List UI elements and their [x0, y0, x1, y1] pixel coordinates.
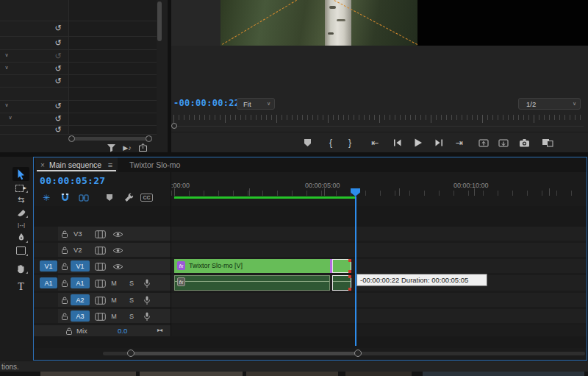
step-forward-icon[interactable] — [433, 138, 445, 148]
lock-icon[interactable] — [60, 295, 69, 305]
effect-controls-vscrollbar[interactable] — [157, 1, 162, 41]
go-to-in-icon[interactable]: ⇤ — [369, 137, 381, 148]
reset-parameter-icon[interactable]: ↺ — [53, 63, 63, 74]
ripple-edit-tool[interactable]: ⇆ — [13, 194, 29, 206]
mute-button[interactable]: M — [110, 297, 118, 304]
scrollbar-handle[interactable] — [127, 350, 135, 357]
snap-magnet-icon[interactable] — [59, 192, 71, 203]
track-targeting-icon[interactable] — [94, 246, 106, 255]
comparison-view-icon[interactable] — [541, 137, 553, 148]
step-back-icon[interactable] — [391, 138, 403, 148]
solo-button[interactable]: S — [128, 297, 135, 304]
mix-volume-value[interactable]: 0.0 — [118, 327, 127, 335]
program-timecode[interactable]: -00:00:00:22 — [173, 98, 240, 108]
lock-icon[interactable] — [60, 229, 69, 238]
track-targeting-icon[interactable] — [94, 312, 106, 321]
playback-resolution-select[interactable]: 1/2 ∨ — [518, 98, 581, 110]
razor-tool[interactable] — [13, 206, 29, 219]
scrollbar-handle[interactable] — [68, 135, 75, 142]
audio-clip-twixtor[interactable]: fx — [174, 275, 330, 291]
track-targeting-icon[interactable] — [94, 230, 106, 238]
mix-collapse-icon[interactable]: ▸◂ — [157, 327, 162, 333]
captions-button[interactable]: CC — [140, 194, 153, 202]
track-select-forward-tool[interactable]: ▸ — [13, 181, 29, 194]
track-target-a1[interactable]: A1 — [71, 277, 90, 288]
timeline-settings-wrench-icon[interactable] — [123, 192, 135, 203]
chevron-down-icon[interactable]: ∨ — [2, 102, 11, 108]
lock-icon[interactable] — [60, 245, 69, 255]
selection-tool[interactable] — [13, 168, 29, 180]
track-target-v1[interactable]: V1 — [71, 260, 90, 272]
track-targeting-icon[interactable] — [94, 262, 106, 271]
lock-icon[interactable] — [64, 326, 74, 336]
nest-sequences-icon[interactable]: ✳ — [40, 192, 52, 203]
timeline-hscrollbar-thumb[interactable] — [131, 352, 358, 355]
mark-out-icon[interactable]: } — [344, 137, 356, 148]
trim-handle-red[interactable] — [348, 275, 351, 278]
source-patch-a1[interactable]: A1 — [40, 277, 57, 288]
track-content-v2[interactable] — [171, 243, 586, 257]
type-tool[interactable]: T — [13, 280, 29, 293]
rectangle-tool[interactable] — [13, 244, 29, 257]
slip-tool[interactable]: |↔| — [13, 219, 29, 231]
tab-twixtor-slomo-label[interactable]: Twixtor Slo-mo — [129, 160, 180, 169]
reset-parameter-icon[interactable]: ↺ — [53, 23, 63, 33]
reset-parameter-icon[interactable]: ↺ — [53, 76, 63, 86]
source-patch-slot[interactable] — [34, 293, 58, 307]
export-frame-icon[interactable] — [518, 137, 530, 148]
scrollbar-handle[interactable] — [146, 135, 152, 142]
reset-parameter-icon[interactable]: ↺ — [53, 101, 63, 111]
fx-badge-icon[interactable]: fx — [177, 261, 185, 270]
chevron-down-icon[interactable]: ∨ — [6, 115, 15, 121]
track-content-a3[interactable] — [171, 309, 586, 323]
lock-icon[interactable] — [60, 311, 69, 321]
solo-button[interactable]: S — [128, 280, 135, 287]
eye-icon[interactable] — [112, 230, 123, 238]
reset-parameter-icon[interactable]: ↺ — [53, 124, 63, 135]
mic-icon[interactable] — [143, 311, 151, 322]
hand-tool[interactable] — [13, 262, 29, 274]
chevron-down-icon[interactable]: ∨ — [2, 65, 11, 71]
solo-button[interactable]: S — [128, 313, 135, 320]
lock-icon[interactable] — [60, 278, 69, 288]
close-icon[interactable]: × — [38, 159, 47, 171]
source-patch-slot[interactable] — [34, 243, 58, 257]
lock-icon[interactable] — [60, 261, 69, 271]
monitor-scrub-track[interactable] — [173, 126, 584, 127]
track-header-mix[interactable] — [34, 325, 171, 336]
panel-menu-icon[interactable]: ≡ — [105, 159, 115, 171]
track-name-v3[interactable]: V3 — [74, 230, 82, 238]
reset-parameter-icon[interactable]: ↺ — [53, 113, 63, 124]
eye-icon[interactable] — [112, 263, 123, 270]
export-icon[interactable] — [137, 142, 148, 152]
mute-button[interactable]: M — [110, 313, 118, 320]
source-patch-slot[interactable] — [34, 309, 58, 323]
mark-in-icon[interactable]: { — [325, 137, 337, 148]
source-patch-v1[interactable]: V1 — [40, 260, 57, 272]
mic-icon[interactable] — [143, 295, 151, 305]
play-icon[interactable] — [412, 136, 424, 149]
linked-selection-icon[interactable] — [77, 192, 90, 203]
play-audio-only-icon[interactable]: ▶♪ — [120, 143, 135, 152]
tab-main-sequence-label[interactable]: Main sequence — [49, 160, 101, 169]
trim-handle-red[interactable] — [348, 259, 351, 262]
add-marker-icon[interactable] — [104, 192, 115, 203]
mic-icon[interactable] — [143, 278, 151, 288]
chevron-down-icon[interactable]: ∨ — [2, 52, 11, 58]
reset-parameter-icon[interactable]: ↺ — [53, 51, 63, 61]
effect-controls-hscrollbar[interactable] — [72, 137, 148, 141]
filter-properties-icon[interactable] — [106, 143, 116, 152]
pen-tool[interactable] — [13, 231, 29, 244]
scrollbar-handle[interactable] — [354, 350, 362, 357]
video-clip-twixtor[interactable]: fx Twixtor Slo-mo [V] — [174, 259, 330, 273]
eye-icon[interactable] — [112, 246, 123, 254]
track-content-v3[interactable] — [171, 227, 586, 241]
zoom-level-select[interactable]: Fit ∨ — [237, 98, 275, 110]
fx-badge-icon[interactable]: fx — [177, 277, 185, 286]
trim-handle-red[interactable] — [348, 270, 351, 273]
track-name-v2[interactable]: V2 — [74, 246, 82, 254]
track-targeting-icon[interactable] — [94, 279, 106, 288]
playhead-line[interactable] — [355, 196, 356, 346]
track-targeting-icon[interactable] — [94, 296, 106, 305]
mute-button[interactable]: M — [110, 280, 118, 287]
